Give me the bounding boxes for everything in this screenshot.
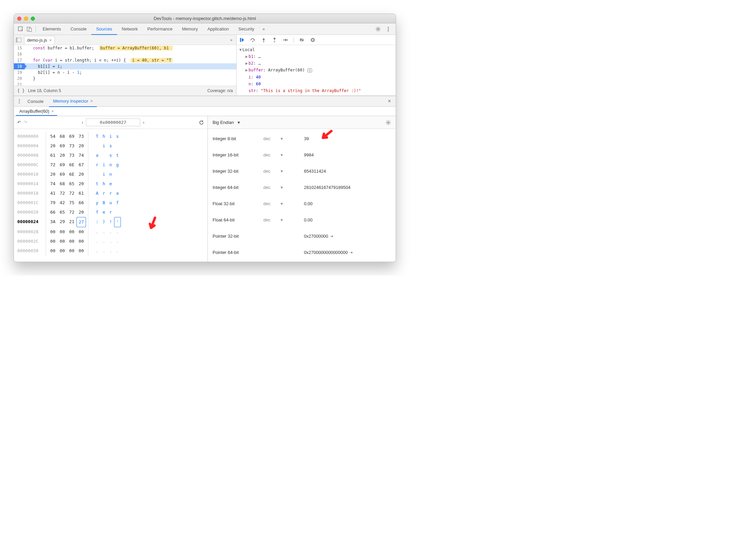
close-tab-icon[interactable]: × (90, 99, 93, 104)
pretty-print-icon[interactable]: { } (17, 88, 25, 93)
editor-status: { } Line 18, Column 5 Coverage: n/a (14, 86, 236, 95)
device-toolbar-icon[interactable] (27, 26, 32, 32)
scope-var[interactable]: ▶b1: … (239, 53, 393, 60)
code-editor[interactable]: 15 const buffer = b1.buffer; buffer = Ar… (14, 45, 236, 86)
undo-icon[interactable]: ↶ (17, 120, 21, 125)
svg-rect-2 (29, 28, 31, 31)
svg-point-13 (287, 39, 288, 40)
tab-application[interactable]: Application (203, 23, 234, 35)
value-row: Integer 16-bitdec▾9984 (208, 147, 396, 163)
svg-point-5 (388, 28, 389, 29)
svg-point-17 (19, 99, 20, 100)
close-buffer-icon[interactable]: × (51, 109, 54, 114)
drawer-header: Console Memory Inspector× × (14, 96, 396, 107)
svg-rect-16 (313, 39, 314, 41)
svg-point-11 (263, 41, 264, 42)
file-tab[interactable]: demo-js.js × (24, 36, 55, 44)
memory-buffer-tab[interactable]: ArrayBuffer(60) × (16, 107, 57, 116)
scope-var[interactable]: ▶i: 40 (239, 74, 393, 81)
coverage-status: Coverage: n/a (207, 88, 233, 93)
address-input[interactable]: 0x00000027 (86, 119, 140, 126)
value-row: Integer 32-bitdec▾654311424 (208, 163, 396, 179)
svg-rect-8 (16, 38, 18, 42)
inspect-icon[interactable] (18, 26, 23, 32)
value-row: Pointer 64-bit0x2700000000000000 ➝ (208, 244, 396, 260)
step-out-icon[interactable] (272, 37, 277, 43)
svg-point-6 (388, 30, 389, 31)
hex-row[interactable]: 0000001841727261Arra (17, 189, 207, 198)
tab-performance[interactable]: Performance (143, 23, 177, 35)
sources-pane: demo-js.js × ▸ 15 const buffer = b1.buff… (14, 35, 237, 95)
main-tabs: ElementsConsoleSourcesNetworkPerformance… (14, 23, 396, 35)
deactivate-breakpoints-icon[interactable] (299, 37, 305, 43)
resume-icon[interactable] (239, 37, 245, 43)
hex-grid[interactable]: 0000000054686973This0000000420697320 is … (14, 129, 207, 258)
hex-row[interactable]: 0000002066657220fer (17, 208, 207, 217)
value-settings-icon[interactable] (386, 120, 391, 125)
format-select[interactable]: dec (263, 201, 270, 206)
value-row: Float 32-bitdec▾0.00 (208, 195, 396, 212)
navigator-toggle-icon[interactable] (16, 37, 21, 43)
hex-row[interactable]: 0000000C72696E67ring (17, 160, 207, 170)
hex-row[interactable]: 0000001474686520the (17, 179, 207, 189)
hex-row[interactable]: 0000001C79427566yBuf (17, 198, 207, 208)
tab-console[interactable]: Console (66, 23, 91, 35)
scope-var[interactable]: ▶n: 60 (239, 81, 393, 87)
refresh-icon[interactable] (199, 120, 204, 125)
step-over-icon[interactable] (250, 37, 256, 43)
tab-elements[interactable]: Elements (38, 23, 66, 35)
next-page-icon[interactable]: › (143, 120, 144, 125)
more-tabs-icon[interactable]: » (259, 26, 268, 31)
hex-row[interactable]: 000000243A292127:)!' (17, 217, 207, 227)
value-row: Pointer 32-bit0x27000000 ➝ (208, 228, 396, 244)
file-name: demo-js.js (27, 38, 47, 43)
hex-row[interactable]: 0000003000000000.... (17, 246, 207, 256)
drawer-tab-console[interactable]: Console (23, 96, 48, 107)
window-title: DevTools - memory-inspector.glitch.me/de… (14, 16, 396, 21)
hex-row[interactable]: 0000001020696E20 in (17, 170, 207, 179)
hex-row[interactable]: 0000002800000000.... (17, 227, 207, 237)
format-select[interactable]: dec (263, 136, 270, 141)
value-row: Integer 8-bitdec▾39 (208, 130, 396, 147)
svg-point-12 (274, 41, 275, 42)
tab-security[interactable]: Security (234, 23, 259, 35)
scope-var[interactable]: ▶buffer: ArrayBuffer(60) ⁞⁞ (239, 67, 393, 74)
step-icon[interactable] (283, 37, 288, 43)
scope-var[interactable]: ▶str: "This is a string in the ArrayBuff… (239, 87, 393, 94)
settings-icon[interactable] (375, 26, 381, 32)
debugger-pane: ▼Local ▶b1: …▶b2: …▶buffer: ArrayBuffer(… (237, 35, 396, 95)
value-row: Float 64-bitdec▾0.00 (208, 212, 396, 228)
tab-network[interactable]: Network (117, 23, 143, 35)
devtools-window: DevTools - memory-inspector.glitch.me/de… (14, 14, 396, 262)
svg-point-18 (19, 101, 20, 102)
drawer-menu-icon[interactable] (17, 99, 22, 104)
svg-point-4 (388, 27, 389, 28)
svg-point-19 (19, 103, 20, 104)
svg-point-3 (377, 28, 379, 30)
run-snippet-icon[interactable]: ▸ (229, 37, 234, 43)
kebab-menu-icon[interactable] (386, 26, 391, 32)
hex-row[interactable]: 0000000861207374a st (17, 151, 207, 160)
drawer-tab-memory-inspector[interactable]: Memory Inspector× (49, 96, 97, 107)
tab-sources[interactable]: Sources (91, 23, 117, 35)
value-row: Integer 64-bitdec▾2810246167479189504 (208, 179, 396, 195)
hex-row[interactable]: 0000002C00000000.... (17, 237, 207, 246)
scope-panel: ▼Local ▶b1: …▶b2: …▶buffer: ArrayBuffer(… (237, 45, 396, 95)
prev-page-icon[interactable]: ‹ (82, 120, 83, 125)
endianness-select[interactable]: Big Endian ▾ (213, 120, 240, 125)
format-select[interactable]: dec (263, 185, 270, 190)
close-drawer-icon[interactable]: × (386, 98, 393, 104)
redo-icon[interactable]: ↷ (24, 120, 27, 125)
close-file-icon[interactable]: × (49, 38, 52, 43)
format-select[interactable]: dec (263, 169, 270, 174)
format-select[interactable]: dec (263, 217, 270, 222)
step-into-icon[interactable] (261, 37, 266, 43)
format-select[interactable]: dec (263, 152, 270, 157)
tab-memory[interactable]: Memory (177, 23, 203, 35)
scope-var[interactable]: ▶b2: … (239, 60, 393, 67)
hex-row[interactable]: 0000000054686973This (17, 132, 207, 141)
hex-row[interactable]: 0000000420697320 is (17, 141, 207, 151)
titlebar: DevTools - memory-inspector.glitch.me/de… (14, 14, 396, 23)
cursor-position: Line 18, Column 5 (28, 88, 61, 93)
pause-exceptions-icon[interactable] (310, 37, 315, 43)
